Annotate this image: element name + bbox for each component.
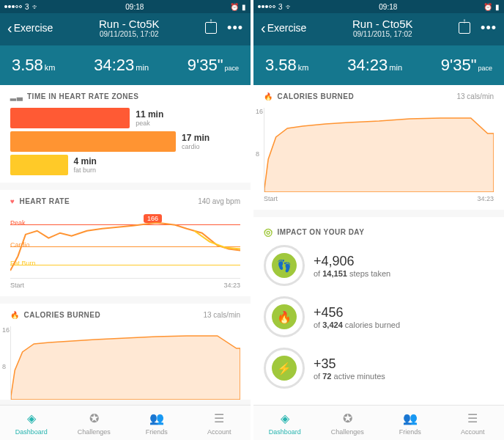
calories-chart-right: 16 8	[264, 108, 494, 192]
phone-right: 3 ᯤ 09:18 ⏰ ▮ ‹ Exercise Run - Cto5K 09/…	[253, 0, 504, 440]
wifi-icon: ᯤ	[32, 3, 40, 11]
chevron-left-icon: ‹	[7, 21, 12, 35]
challenges-icon: ✪	[86, 411, 102, 427]
tab-dashboard[interactable]: ◈Dashboard	[253, 406, 316, 440]
back-label: Exercise	[14, 22, 53, 34]
header: ‹ Exercise Run - Cto5K 09/11/2015, 17:02…	[0, 13, 251, 45]
section-impact: ◎ IMPACT ON YOUR DAY 👣 +4,906 of 14,151 …	[253, 217, 504, 405]
tabbar: ◈Dashboard ✪Challenges 👥Friends ☰Account	[0, 405, 251, 440]
flame-icon: 🔥	[264, 92, 273, 100]
zone-cardio: 17 mincardio	[10, 131, 240, 152]
section-hr-zones: ▂▃ TIME IN HEART RATE ZONES 11 minpeak 1…	[0, 85, 251, 183]
status-bar: 3 ᯤ 09:18 ⏰ ▮	[0, 0, 251, 13]
flame-icon: 🔥	[272, 304, 297, 329]
heart-icon: ♥	[10, 197, 15, 205]
share-icon[interactable]	[205, 22, 217, 34]
account-icon: ☰	[211, 411, 227, 427]
challenges-icon: ✪	[339, 411, 355, 427]
stats-bar: 3.58km 34:23min 9'35"pace	[0, 45, 251, 85]
stats-bar: 3.58km 34:23min 9'35"pace	[253, 45, 504, 85]
tab-friends[interactable]: 👥Friends	[379, 406, 442, 440]
zone-cardio-bar	[10, 131, 176, 152]
header: ‹ Exercise Run - Cto5K 09/11/2015, 17:02…	[253, 13, 504, 45]
footsteps-icon: 👣	[272, 253, 297, 278]
bolt-icon: ⚡	[272, 356, 297, 381]
dashboard-icon: ◈	[277, 411, 293, 427]
impact-active: ⚡ +35 of 72 active minutes	[264, 348, 494, 389]
more-icon[interactable]: •••	[227, 21, 243, 36]
friends-icon: 👥	[402, 411, 418, 427]
stat-duration: 34:23min	[94, 56, 149, 75]
steps-donut: 👣	[264, 245, 305, 286]
page-subtitle: 09/11/2015, 17:02	[53, 30, 205, 38]
friends-icon: 👥	[149, 411, 165, 427]
impact-steps: 👣 +4,906 of 14,151 steps taken	[264, 245, 494, 286]
tab-dashboard[interactable]: ◈Dashboard	[0, 406, 63, 440]
flame-icon: 🔥	[10, 311, 20, 319]
zone-fatburn-bar	[10, 155, 68, 175]
calories-donut: 🔥	[264, 296, 305, 337]
page-title: Run - Cto5K	[53, 18, 205, 30]
zone-peak: 11 minpeak	[10, 108, 240, 128]
section-heart-rate: ♥ HEART RATE 140 avg bpm Peak Cardio Fat…	[0, 190, 251, 296]
stat-distance: 3.58km	[12, 56, 56, 75]
content-left: ▂▃ TIME IN HEART RATE ZONES 11 minpeak 1…	[0, 85, 251, 405]
alarm-icon: ⏰	[230, 3, 239, 11]
content-right: 🔥 CALORIES BURNED 13 cals/min 16 8 Start…	[253, 85, 504, 405]
cal-meta: 13 cals/min	[203, 311, 240, 319]
signal-dots-icon	[258, 5, 275, 8]
tab-challenges[interactable]: ✪Challenges	[316, 406, 379, 440]
wifi-icon: ᯤ	[286, 3, 293, 11]
zone-fatburn: 4 minfat burn	[10, 155, 240, 175]
tab-friends[interactable]: 👥Friends	[125, 406, 188, 440]
tabbar: ◈Dashboard ✪Challenges 👥Friends ☰Account	[253, 405, 504, 440]
tab-challenges[interactable]: ✪Challenges	[63, 406, 126, 440]
impact-calories: 🔥 +456 of 3,424 calories burned	[264, 296, 494, 337]
back-button[interactable]: ‹ Exercise	[7, 21, 53, 35]
alarm-icon: ⏰	[483, 3, 492, 11]
calories-chart-left: 16 8	[10, 326, 240, 400]
phone-left: 3 ᯤ 09:18 ⏰ ▮ ‹ Exercise Run - Cto5K 09/…	[0, 0, 251, 440]
clock: 09:18	[125, 3, 144, 11]
back-button[interactable]: ‹ Exercise	[261, 21, 306, 35]
dashboard-icon: ◈	[23, 411, 40, 427]
zone-peak-bar	[10, 108, 130, 128]
battery-icon: ▮	[495, 3, 500, 11]
section-calories-left: 🔥 CALORIES BURNED 13 cals/min 16 8	[0, 304, 251, 400]
status-bar: 3 ᯤ 09:18 ⏰ ▮	[253, 0, 504, 13]
share-icon[interactable]	[459, 22, 470, 34]
zones-icon: ▂▃	[10, 92, 23, 100]
battery-icon: ▮	[242, 3, 246, 11]
clock: 09:18	[379, 3, 397, 11]
carrier-label: 3	[25, 3, 29, 11]
page-subtitle: 09/11/2015, 17:02	[306, 30, 459, 38]
tab-account[interactable]: ☰Account	[188, 406, 251, 440]
account-icon: ☰	[464, 411, 481, 427]
hr-meta: 140 avg bpm	[198, 197, 240, 205]
stat-pace: 9'35"pace	[188, 56, 239, 75]
heart-rate-chart: Peak Cardio Fat Burn 166	[10, 213, 240, 279]
signal-dots-icon	[4, 5, 22, 8]
page-title: Run - Cto5K	[306, 18, 459, 30]
section-calories-right: 🔥 CALORIES BURNED 13 cals/min 16 8 Start…	[253, 85, 504, 210]
chevron-left-icon: ‹	[261, 21, 266, 35]
active-donut: ⚡	[264, 348, 305, 389]
tab-account[interactable]: ☰Account	[442, 406, 505, 440]
target-icon: ◎	[264, 226, 273, 238]
more-icon[interactable]: •••	[481, 21, 497, 36]
